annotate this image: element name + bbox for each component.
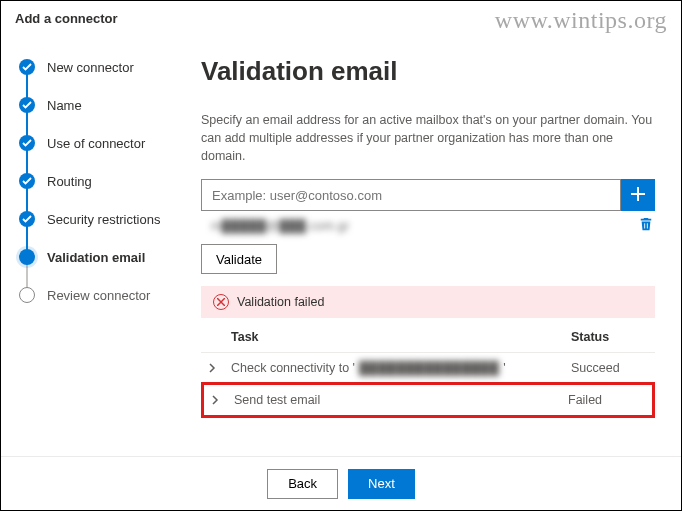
back-button[interactable]: Back [267,469,338,499]
check-icon [19,97,35,113]
delete-email-button[interactable] [639,217,653,234]
step-use-of-connector[interactable]: Use of connector [19,124,181,162]
step-routing[interactable]: Routing [19,162,181,200]
col-task: Task [231,330,571,344]
listed-email-text: m█████@███.com.gr [211,219,350,233]
check-icon [19,211,35,227]
next-button[interactable]: Next [348,469,415,499]
add-email-button[interactable] [621,179,655,211]
step-validation-email[interactable]: Validation email [19,238,181,276]
task-text: Check connectivity to '███████████████' [231,361,571,375]
plus-icon [630,186,646,205]
step-label: Security restrictions [47,212,160,227]
step-label: Name [47,98,82,113]
check-icon [19,173,35,189]
steps-sidebar: New connectorNameUse of connectorRouting… [1,32,191,462]
current-step-icon [19,249,35,265]
table-row[interactable]: Check connectivity to '███████████████'S… [201,353,655,384]
status-text: Failed [568,393,648,407]
main-panel: Validation email Specify an email addres… [191,32,681,462]
window-title: Add a connector [1,1,681,32]
step-new-connector[interactable]: New connector [19,48,181,86]
validation-failed-text: Validation failed [237,295,324,309]
pending-step-icon [19,287,35,303]
col-status: Status [571,330,651,344]
validate-button[interactable]: Validate [201,244,277,274]
error-icon [213,294,229,310]
step-label: Review connector [47,288,150,303]
step-security-restrictions[interactable]: Security restrictions [19,200,181,238]
step-review-connector[interactable]: Review connector [19,276,181,314]
check-icon [19,59,35,75]
email-input[interactable] [201,179,621,211]
page-title: Validation email [201,56,655,87]
step-label: New connector [47,60,134,75]
step-label: Validation email [47,250,145,265]
listed-email-row: m█████@███.com.gr [201,211,655,244]
chevron-right-icon [207,363,231,373]
check-icon [19,135,35,151]
status-text: Succeed [571,361,651,375]
table-row[interactable]: Send test emailFailed [201,382,655,418]
step-label: Routing [47,174,92,189]
footer: Back Next [1,456,681,510]
validation-failed-banner: Validation failed [201,286,655,318]
step-label: Use of connector [47,136,145,151]
task-text: Send test email [234,393,568,407]
page-description: Specify an email address for an active m… [201,111,655,165]
chevron-right-icon [210,395,234,405]
step-name[interactable]: Name [19,86,181,124]
task-table-header: Task Status [201,318,655,353]
